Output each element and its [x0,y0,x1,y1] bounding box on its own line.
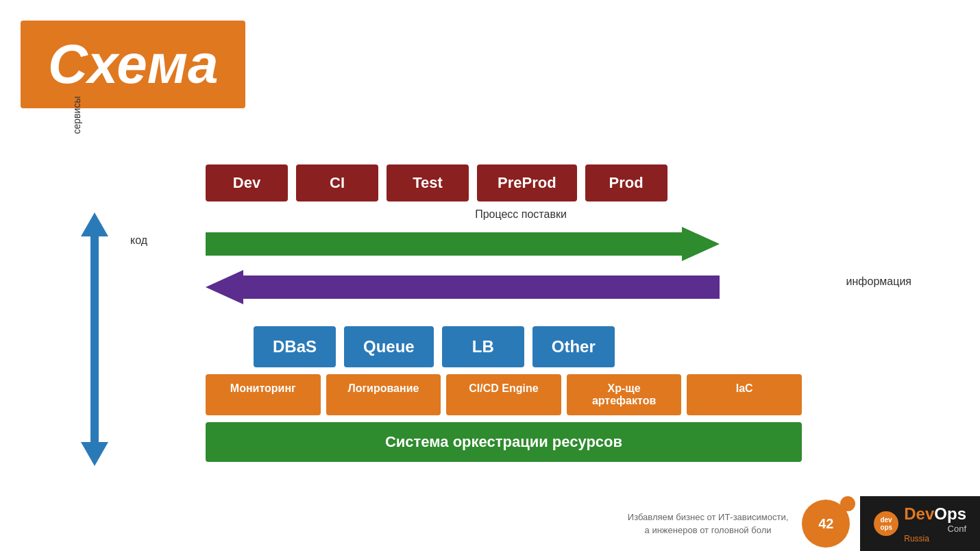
tools-row: Мониторинг Логирование CI/CD Engine Хр-щ… [206,374,802,415]
brand-russia: Russia [904,534,966,543]
tool-logging: Логирование [326,374,441,415]
brand-ops: Ops [934,504,966,523]
devops-brand-text: DevOps Conf Russia [904,504,966,543]
purple-arrow-body [243,276,720,299]
diagram-area: Dev CI Test PreProd Prod Процесс поставк… [117,164,836,462]
purple-arrow-head [206,270,243,304]
info-label: информация [846,276,911,288]
tool-artifacts: Хр-ще артефактов [567,374,682,415]
environment-row: Dev CI Test PreProd Prod [206,164,836,201]
green-arrow [206,227,720,261]
tagline-line2: а инженеров от головной боли [645,525,772,535]
env-test: Test [387,164,469,201]
service-dbas: DBaS [254,326,336,367]
arrows-area: код информация [117,223,836,313]
devops-logo-left: devops [874,511,898,536]
env-dev: Dev [206,164,288,201]
footer: Избавляем бизнес от ИТ-зависимости, а ин… [0,496,980,551]
services-arrow [81,212,108,466]
process-label: Процесс поставки [206,208,836,221]
green-arrow-body [206,232,685,256]
purple-arrow [206,270,720,304]
orchestration-box: Система оркестрации ресурсов [206,422,802,462]
arrow-body [90,236,99,442]
env-preprod: PreProd [477,164,577,201]
tagline-line1: Избавляем бизнес от ИТ-зависимости, [628,512,788,522]
devops-icon: devops [874,511,898,536]
badge: 42 [802,500,850,548]
services-row: DBaS Queue LB Other [254,326,836,367]
tool-cicd: CI/CD Engine [446,374,561,415]
devops-logo: devops DevOps Conf Russia [860,496,980,551]
env-prod: Prod [585,164,667,201]
arrow-down-icon [81,442,108,466]
env-ci: CI [296,164,378,201]
service-queue: Queue [344,326,434,367]
footer-tagline: Избавляем бизнес от ИТ-зависимости, а ин… [628,511,788,537]
tool-iac: IaC [687,374,802,415]
title-box: Схема [21,21,245,108]
brand-conf: Conf [904,524,966,534]
arrow-up-icon [81,212,108,236]
tool-monitoring: Мониторинг [206,374,321,415]
service-other: Other [532,326,615,367]
green-arrow-head [682,227,720,261]
code-label: код [130,234,147,247]
page-title: Схема [48,34,218,95]
badge-number: 42 [818,516,833,532]
brand-dev: Dev [904,504,934,523]
service-lb: LB [442,326,524,367]
devops-logo-title: DevOps [904,504,966,524]
services-label: сервисы [71,97,82,134]
